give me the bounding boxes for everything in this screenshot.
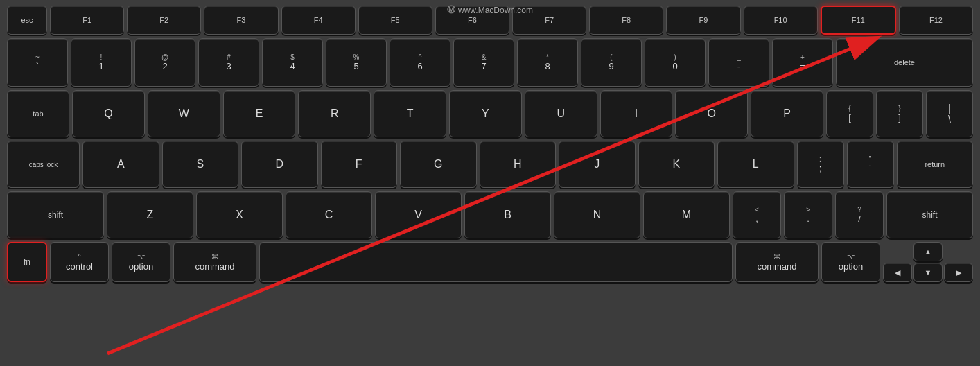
right-bracket-key[interactable]: } ] xyxy=(876,90,923,137)
f2-key[interactable]: F2 xyxy=(127,6,201,35)
arrow-cluster: ▲ ◀ ▼ ▶ xyxy=(883,242,973,282)
7-key[interactable]: & 7 xyxy=(453,38,514,87)
right-shift-key[interactable]: shift xyxy=(886,191,973,238)
d-key[interactable]: D xyxy=(241,141,318,188)
shift-row: shift Z X C V B N M < , > . ? / shift xyxy=(7,191,973,238)
b-key[interactable]: B xyxy=(464,191,551,238)
x-key[interactable]: X xyxy=(196,191,283,238)
z-key[interactable]: Z xyxy=(107,191,193,238)
right-arrow-key[interactable]: ▶ xyxy=(944,263,973,282)
1-key[interactable]: ! 1 xyxy=(71,38,132,87)
8-key[interactable]: * 8 xyxy=(517,38,578,87)
caps-lock-key[interactable]: caps lock xyxy=(7,141,80,188)
4-key[interactable]: $ 4 xyxy=(262,38,323,87)
watermark-text: www.MacDown.com xyxy=(458,6,533,15)
6-key[interactable]: ^ 6 xyxy=(390,38,450,87)
home-row: caps lock A S D F G H J K L : ; " ' retu… xyxy=(7,141,973,188)
quote-key[interactable]: " ' xyxy=(847,141,894,188)
f4-key[interactable]: F4 xyxy=(281,6,356,35)
2-key[interactable]: @ 2 xyxy=(134,38,195,87)
control-key[interactable]: ^ control xyxy=(50,242,109,282)
c-key[interactable]: C xyxy=(286,191,372,238)
left-arrow-key[interactable]: ◀ xyxy=(883,263,912,282)
delete-key[interactable]: delete xyxy=(836,38,973,87)
backslash-key[interactable]: |\ xyxy=(926,90,973,137)
tab-key[interactable]: tab xyxy=(7,90,69,137)
t-key[interactable]: T xyxy=(374,90,446,137)
arrow-bottom-row: ◀ ▼ ▶ xyxy=(883,263,973,282)
w-key[interactable]: W xyxy=(148,90,220,137)
e-key[interactable]: E xyxy=(223,90,296,137)
3-key[interactable]: # 3 xyxy=(198,38,259,87)
slash-key[interactable]: ? / xyxy=(835,191,884,238)
k-key[interactable]: K xyxy=(638,141,715,188)
v-key[interactable]: V xyxy=(375,191,462,238)
m-key[interactable]: M xyxy=(643,191,730,238)
down-arrow-key[interactable]: ▼ xyxy=(913,263,943,282)
f11-key[interactable]: F11 xyxy=(821,6,896,35)
f12-key[interactable]: F12 xyxy=(899,6,973,35)
i-key[interactable]: I xyxy=(600,90,673,137)
fn-key[interactable]: fn xyxy=(7,242,47,282)
comma-key[interactable]: < , xyxy=(733,191,781,238)
qwerty-row: tab Q W E R T Y U I O P { [ } ] |\ xyxy=(7,90,973,137)
q-key[interactable]: Q xyxy=(72,90,145,137)
s-key[interactable]: S xyxy=(162,141,239,188)
left-bracket-key[interactable]: { [ xyxy=(826,90,873,137)
a-key[interactable]: A xyxy=(82,141,159,188)
bottom-row: fn ^ control ⌥ option ⌘ command ⌘ comman… xyxy=(7,242,973,282)
spacebar[interactable] xyxy=(259,242,733,282)
right-option-key[interactable]: ⌥ option xyxy=(821,242,880,282)
f8-key[interactable]: F8 xyxy=(589,6,663,35)
n-key[interactable]: N xyxy=(554,191,640,238)
left-option-key[interactable]: ⌥ option xyxy=(112,242,170,282)
up-arrow-key[interactable]: ▲ xyxy=(913,242,943,261)
number-row: ~ ` ! 1 @ 2 # 3 $ 4 % 5 ^ 6 & 7 xyxy=(7,38,973,87)
r-key[interactable]: R xyxy=(298,90,371,137)
f-key[interactable]: F xyxy=(321,141,398,188)
watermark: Ⓜ www.MacDown.com xyxy=(447,4,533,16)
h-key[interactable]: H xyxy=(480,141,557,188)
p-key[interactable]: P xyxy=(751,90,823,137)
backtick-key[interactable]: ~ ` xyxy=(7,38,68,87)
right-command-key[interactable]: ⌘ command xyxy=(735,242,819,282)
left-shift-key[interactable]: shift xyxy=(7,191,104,238)
f9-key[interactable]: F9 xyxy=(666,6,740,35)
y-key[interactable]: Y xyxy=(449,90,522,137)
left-command-key[interactable]: ⌘ command xyxy=(173,242,256,282)
u-key[interactable]: U xyxy=(525,90,597,137)
f3-key[interactable]: F3 xyxy=(204,6,278,35)
f5-key[interactable]: F5 xyxy=(358,6,432,35)
5-key[interactable]: % 5 xyxy=(326,38,387,87)
o-key[interactable]: O xyxy=(675,90,748,137)
return-key[interactable]: return xyxy=(897,141,974,188)
0-key[interactable]: ) 0 xyxy=(645,38,706,87)
f1-key[interactable]: F1 xyxy=(50,6,124,35)
j-key[interactable]: J xyxy=(559,141,636,188)
period-key[interactable]: > . xyxy=(784,191,832,238)
g-key[interactable]: G xyxy=(400,141,477,188)
equals-key[interactable]: + = xyxy=(772,38,833,87)
esc-label: esc xyxy=(21,16,33,24)
semicolon-key[interactable]: : ; xyxy=(797,141,844,188)
esc-key[interactable]: esc xyxy=(7,6,47,35)
arrow-top-row: ▲ xyxy=(883,242,973,261)
keyboard: Ⓜ www.MacDown.com esc F1 F2 F3 F4 F5 F6 … xyxy=(0,0,980,366)
f10-key[interactable]: F10 xyxy=(744,6,818,35)
l-key[interactable]: L xyxy=(717,141,794,188)
minus-key[interactable]: _ - xyxy=(708,38,769,87)
9-key[interactable]: ( 9 xyxy=(581,38,642,87)
